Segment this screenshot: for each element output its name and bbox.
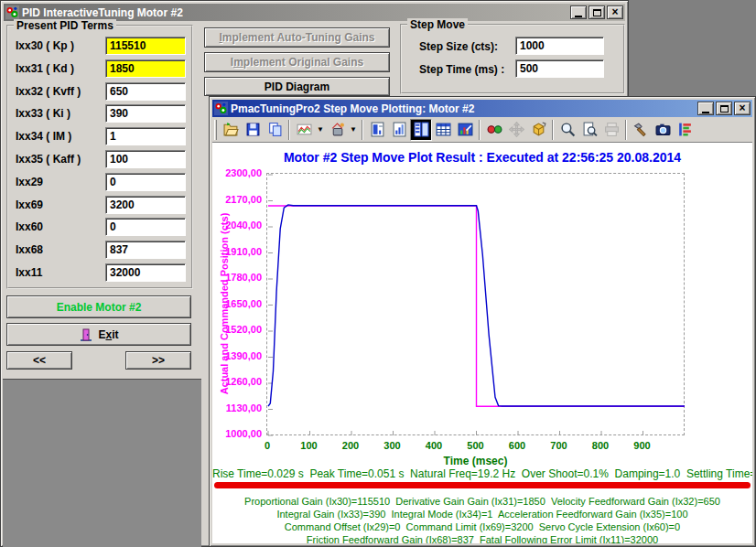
rotate-3d-icon[interactable] [527,119,549,141]
save-icon[interactable] [242,119,264,141]
main-window-title: PID InteractiveTuning Motor #2 [22,6,570,19]
plot-titlebar[interactable]: PmacTuningPro2 Step Move Plotting: Motor… [212,100,752,117]
grid-icon[interactable] [432,119,454,141]
x-axis-label: Time (msec) [266,455,685,467]
pid-row-label: Ixx31 ( Kd ) [16,62,74,75]
exit-door-icon [79,327,93,342]
pid-row-input[interactable] [105,173,186,191]
tools-icon[interactable] [630,119,652,141]
y-tick-label: 2040,00 [214,220,262,231]
gain-parameter-line: Friction Feedforward Gain (Ix68)=837 Fat… [212,534,752,543]
pid-row-input[interactable] [105,241,186,259]
zoom-icon[interactable] [556,119,578,141]
plot-client-area: Motor #2 Step Move Plot Result : Execute… [212,143,752,543]
x-tick-label: 900 [624,440,661,451]
legend-icon[interactable] [674,119,696,141]
open-folder-icon[interactable] [220,119,242,141]
pid-diagram-button[interactable]: PID Diagram [204,77,390,96]
exit-label: Exit [98,328,118,341]
implement-auto-tuning-gains-button[interactable]: Implement Auto-Tuning Gains [204,27,390,48]
x-tick-label: 700 [541,440,578,451]
pid-row-input[interactable] [105,59,186,78]
gain-parameter-line: Proportional Gain (Ix30)=115510 Derivati… [212,496,752,507]
plot-canvas [267,174,686,436]
x-tick-label: 500 [458,440,494,451]
pid-row-label: Ixx68 [16,243,43,256]
x-tick-label: 600 [499,440,535,451]
dropdown-arrow-icon[interactable]: ▼ [348,119,359,141]
gain-parameter-line: Command Offset (Ix29)=0 Command Limit (I… [212,521,752,532]
y-tick-label: 1910,00 [214,246,262,257]
step-size-label: Step Size (cts): [419,40,498,53]
y-tick-label: 1390,00 [214,350,262,361]
x-tick-label: 100 [291,440,328,451]
x-tick-label: 800 [582,440,619,451]
pan-icon[interactable] [505,119,527,141]
report-bar-icon[interactable] [366,119,388,141]
implement-original-gains-button[interactable]: Implement Original Gains [204,52,390,72]
plot-window-title: PmacTuningPro2 Step Move Plotting: Motor… [231,102,697,115]
chart-wizard-icon[interactable] [454,119,476,141]
dropdown-arrow-icon[interactable]: ▼ [315,119,326,141]
series-commanded-position [268,206,685,406]
x-tick-label: 400 [416,440,452,451]
camera-icon[interactable] [652,119,674,141]
y-tick-label: 1000,00 [214,428,262,439]
pid-row-input[interactable] [105,196,186,214]
minimize-button[interactable] [697,102,714,115]
y-tick-label: 1650,00 [214,298,262,309]
pid-row-input[interactable] [105,104,186,123]
chart-title: Motor #2 Step Move Plot Result : Execute… [212,150,752,165]
step-time-label: Step Time (ms) : [419,63,504,76]
y-tick-label: 2300,00 [214,167,262,178]
maximize-button[interactable] [589,5,605,19]
exit-button[interactable]: Exit [6,323,191,346]
y-tick-label: 1520,00 [214,324,262,335]
pid-row-input[interactable] [105,127,186,145]
lower-dark-panel [3,379,201,547]
pid-row-label: Ixx60 [16,220,43,233]
toolbar-grip[interactable] [214,120,217,140]
pid-row-label: Ixx35 ( Kaff ) [16,153,81,166]
maximize-button[interactable] [716,102,732,115]
glasses-3d-icon[interactable] [483,119,505,141]
step-move-plot-window: PmacTuningPro2 Step Move Plotting: Motor… [209,96,756,547]
step-move-group: Step Move Step Size (cts): Step Time (ms… [400,24,625,94]
pid-row-input[interactable] [105,82,186,101]
y-tick-label: 1130,00 [214,402,262,413]
pid-row-label: Ixx29 [16,176,43,188]
enable-motor-button[interactable]: Enable Motor #2 [6,295,191,318]
toolbar-separator [362,120,363,140]
close-button[interactable]: × [734,102,751,115]
pid-row-input[interactable] [105,263,186,282]
x-tick-label: 0 [249,440,286,451]
gain-parameter-line: Integral Gain (Ix33)=390 Integral Mode (… [212,509,752,520]
prev-motor-button[interactable]: << [6,351,72,370]
report-column-icon[interactable] [388,119,410,141]
step-time-input[interactable] [515,59,604,78]
step-size-input[interactable] [515,37,604,55]
paint-icon[interactable] [326,119,348,141]
app-logo-icon [5,5,19,19]
next-motor-button[interactable]: >> [125,351,191,370]
close-button[interactable]: × [607,5,623,19]
data-table-icon[interactable] [410,119,432,141]
pid-row-label: Ixx32 ( Kvff ) [16,85,81,98]
chart-type-icon[interactable] [293,119,315,141]
pid-row-label: Ixx30 ( Kp ) [16,39,74,52]
print-icon[interactable] [600,119,622,141]
y-tick-label: 2170,00 [214,194,262,205]
copy-icon[interactable] [264,119,286,141]
pid-row-label: Ixx69 [16,198,43,211]
app-logo-icon [214,102,228,115]
x-tick-label: 300 [374,440,411,451]
pid-row-label: Ixx11 [16,266,42,279]
minimize-button[interactable] [570,5,587,19]
pid-row-input[interactable] [105,150,186,168]
zoom-page-icon[interactable] [578,119,600,141]
plot-area[interactable] [266,173,685,435]
toolbar-separator [479,120,481,140]
pid-row-label: Ixx34 ( IM ) [16,130,71,143]
pid-row-input[interactable] [105,218,186,236]
pid-row-input[interactable] [105,37,186,55]
